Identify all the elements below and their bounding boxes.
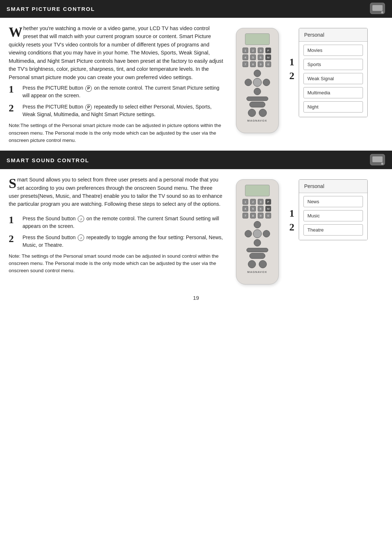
sound-menu-items: News Music Theatre — [299, 193, 367, 240]
menu-item-music: Music — [303, 210, 363, 221]
smart-sound-icon — [369, 154, 385, 167]
remote-long-btn-1 — [246, 97, 268, 101]
smart-sound-text: S mart Sound allows you to select from t… — [9, 176, 231, 285]
nav2-ok — [253, 229, 262, 238]
btn2-7: 7 — [242, 213, 248, 218]
step-2-text: Press the PICTURE button P repeatedly to… — [23, 103, 224, 118]
smart-sound-step-2: 2 Press the Sound button ♪ repeatedly to… — [9, 234, 224, 249]
btn2-9: 9 — [258, 213, 264, 218]
btn2-1: 1 — [242, 199, 248, 205]
remote-nav-1 — [236, 70, 278, 95]
menu-item-movies: Movies — [303, 45, 363, 56]
menu-item-weak-signal: Weak Signal — [303, 73, 363, 84]
svg-rect-4 — [372, 156, 383, 162]
smart-sound-header: Smart Sound Control — [0, 151, 392, 169]
remote-vol-down — [248, 109, 256, 117]
remote-screen-2 — [245, 185, 270, 196]
remote-buttons-2: 1 2 3 P 4 5 6 M 7 8 9 0 — [242, 199, 272, 218]
btn-8: 8 — [250, 61, 256, 67]
picture-menu-top: Personal — [299, 28, 367, 42]
smart-picture-section: Smart Picture Control W hether you're wa… — [0, 0, 392, 151]
page: Smart Picture Control W hether you're wa… — [0, 0, 392, 556]
btn-0: 0 — [265, 61, 271, 67]
page-number: 19 — [0, 291, 392, 306]
btn-1: 1 — [242, 48, 248, 53]
btn-5: 5 — [250, 54, 256, 60]
remote-vol-down-2 — [248, 260, 256, 268]
smart-picture-intro: W hether you're watching a movie or a vi… — [9, 24, 224, 81]
svg-point-2 — [381, 11, 383, 13]
smart-picture-text: W hether you're watching a movie or a vi… — [9, 24, 231, 144]
btn-menu: M — [265, 54, 271, 60]
remote-num-s1: 1 — [289, 208, 294, 218]
sound-icon-2: ♪ — [78, 234, 84, 241]
remote-brand-1: MAGNAVOX — [236, 119, 278, 122]
smart-sound-diagram: 1 2 3 P 4 5 6 M 7 8 9 0 — [231, 176, 383, 285]
svg-rect-1 — [372, 5, 383, 11]
smart-sound-intro: S mart Sound allows you to select from t… — [9, 176, 224, 208]
nav2-row-3 — [254, 239, 261, 246]
nav-row-2 — [245, 78, 270, 87]
svg-point-5 — [381, 163, 383, 165]
smart-sound-step-1: 1 Press the Sound button ♪ on the remote… — [9, 215, 224, 230]
remote-section-row-1: 1 2 3 P 4 5 6 M 7 8 9 0 — [231, 28, 383, 133]
nav2-right — [263, 230, 270, 237]
remote-num-1: 1 — [289, 57, 294, 67]
remote-2: 1 2 3 P 4 5 6 M 7 8 9 0 — [236, 179, 279, 285]
btn-6: 6 — [258, 54, 264, 60]
remote-screen-1 — [245, 33, 270, 45]
remote-vol-up — [259, 109, 267, 117]
remote-brand-2: MAGNAVOX — [236, 270, 278, 274]
remote-num-s2: 2 — [289, 222, 294, 232]
nav2-row-1 — [254, 221, 261, 228]
nav2-row-2 — [245, 229, 270, 238]
sound-step-2-num: 2 — [9, 234, 19, 244]
btn-9: 9 — [258, 61, 264, 67]
btn2-pwr: P — [265, 199, 271, 205]
sound-menu-top: Personal — [299, 180, 367, 193]
step-1-text: Press the PICTURE button P on the remote… — [23, 84, 224, 99]
remote-wrap-1: 1 2 3 P 4 5 6 M 7 8 9 0 — [231, 28, 283, 133]
remote-section-row-2: 1 2 3 P 4 5 6 M 7 8 9 0 — [231, 179, 383, 285]
nav2-down — [254, 239, 261, 246]
sound-step-1-num: 1 — [9, 215, 19, 225]
initial-cap-w: W — [9, 25, 23, 39]
smart-sound-section: Smart Sound Control S mart Sound allows … — [0, 151, 392, 291]
sound-icon-1: ♪ — [78, 216, 84, 222]
smart-picture-content: W hether you're watching a movie or a vi… — [0, 18, 392, 151]
smart-sound-content: S mart Sound allows you to select from t… — [0, 169, 392, 291]
remote-vol-up-2 — [259, 260, 267, 268]
remote-1: 1 2 3 P 4 5 6 M 7 8 9 0 — [236, 28, 279, 133]
btn-4: 4 — [242, 54, 248, 60]
sound-step-2-text: Press the Sound button ♪ repeatedly to t… — [23, 234, 224, 249]
btn-2: 2 — [250, 48, 256, 53]
step-2-num: 2 — [9, 103, 19, 113]
nav-row-1 — [254, 70, 261, 77]
smart-picture-diagram: 1 2 3 P 4 5 6 M 7 8 9 0 — [231, 24, 383, 144]
smart-picture-title: Smart Picture Control — [7, 6, 95, 12]
btn2-3: 3 — [258, 199, 264, 205]
picture-menu-panel: Personal Movies Sports Weak Signal — [299, 28, 368, 117]
picture-icon-1: P — [85, 85, 92, 92]
btn2-0: 0 — [265, 213, 271, 218]
smart-sound-note: Note: The settings of the Personal smart… — [9, 253, 224, 275]
btn2-4: 4 — [242, 206, 248, 212]
initial-cap-s: S — [9, 176, 16, 190]
remote-oval-1 — [249, 102, 265, 107]
btn2-6: 6 — [258, 206, 264, 212]
smart-picture-note: Note:The settings of the Personal smart … — [9, 122, 224, 144]
nav-up — [254, 70, 261, 77]
picture-menu-items: Movies Sports Weak Signal Multimedia — [299, 42, 367, 117]
btn-7: 7 — [242, 61, 248, 67]
step-1-num: 1 — [9, 84, 19, 94]
remote-oval-2 — [249, 253, 265, 259]
nav2-left — [245, 230, 252, 237]
menu-item-sports: Sports — [303, 59, 363, 70]
sound-step-1-text: Press the Sound button ♪ on the remote c… — [23, 215, 224, 230]
smart-sound-title: Smart Sound Control — [7, 157, 89, 163]
remote-bottom-2 — [236, 260, 278, 268]
nav2-up — [254, 221, 261, 228]
sound-menu-panel: Personal News Music Theatre — [299, 179, 368, 240]
smart-picture-step-2: 2 Press the PICTURE button P repeatedly … — [9, 103, 224, 118]
remote-wrap-2: 1 2 3 P 4 5 6 M 7 8 9 0 — [231, 179, 283, 285]
